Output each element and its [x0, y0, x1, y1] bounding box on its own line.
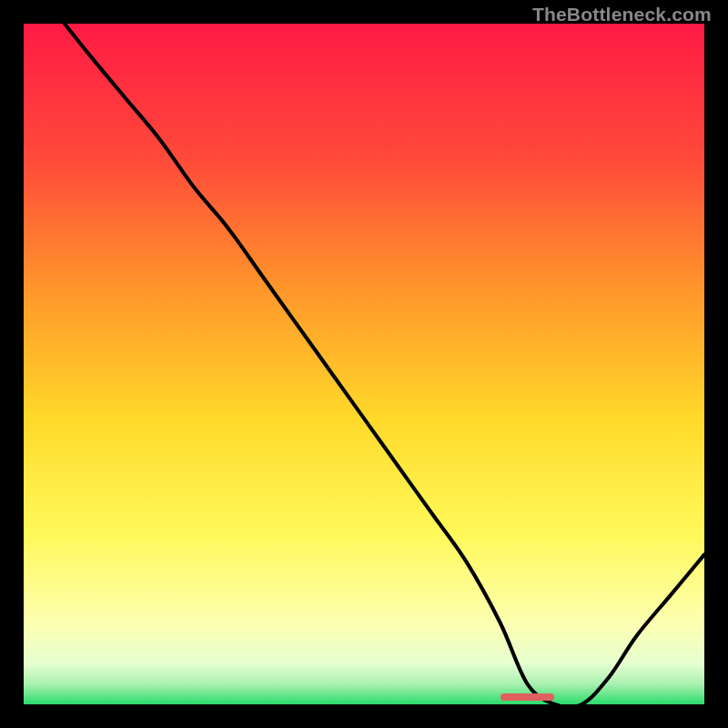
chart-frame: TheBottleneck.com: [0, 0, 728, 728]
bottleneck-curve: [24, 24, 704, 704]
watermark-text: TheBottleneck.com: [532, 4, 712, 25]
optimal-range-marker: [500, 693, 555, 701]
plot-area: [24, 24, 704, 704]
